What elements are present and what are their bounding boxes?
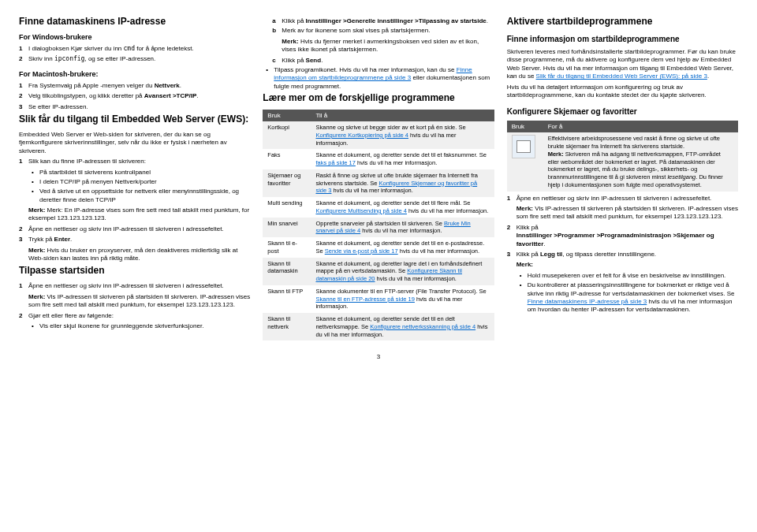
note-label: Merk: [516, 261, 738, 269]
step: 2Skriv inn ipconfig, og se etter IP-adre… [19, 55, 250, 63]
substep: cKlikk på Send. [272, 57, 494, 65]
th: For å [543, 121, 738, 132]
note: Merk: Hvis du bruker en proxyserver, må … [28, 247, 250, 263]
heading-ews: Slik får du tilgang til Embedded Web Ser… [19, 113, 250, 125]
table-row: Skann til FTPSkanne dokumenter til en FT… [263, 285, 494, 313]
link[interactable]: Skanne til en FTP-adresse på side 19 [315, 296, 415, 303]
step: 1Åpne en nettleser og skriv inn IP-adres… [19, 282, 250, 290]
link[interactable]: Finne datamaskinens IP-adresse på side 3 [528, 298, 647, 305]
heading-mac: For Macintosh-brukere: [19, 70, 250, 78]
link[interactable]: Konfigurere Multisending på side 4 [315, 207, 407, 214]
th: Bruk [263, 110, 311, 121]
table-row: Effektivisere arbeidsprosessene ved rask… [507, 132, 738, 191]
heading-finne-info: Finne informasjon om startbildeprogramme… [507, 35, 738, 43]
table-row: Skjemaer og favoritterRaskt å finne og s… [263, 169, 494, 197]
form-icon [512, 135, 535, 158]
bullet: På startbildet til skriverens kontrollpa… [32, 169, 250, 177]
table-row: FaksSkanne et dokument, og deretter send… [263, 149, 494, 169]
heading-aktivere: Aktivere startbildeprogrammene [507, 16, 738, 27]
step: 1I dialogboksen Kjør skriver du inn cmd … [19, 45, 250, 53]
link[interactable]: Sende via e-post på side 17 [325, 247, 398, 255]
column-2: aKlikk på Innstillinger >Generelle innst… [263, 16, 494, 344]
step: 2Velg tilkoblingstypen, og klikk derette… [19, 92, 250, 100]
step: 1Åpne en nettleser og skriv inn IP-adres… [507, 195, 738, 203]
step: 2Åpne en nettleser og skriv inn IP-adres… [19, 225, 250, 233]
step: 2Gjør ett eller flere av følgende: [19, 312, 250, 320]
table-row: Min snarveiOpprette snarveier på startsi… [263, 218, 494, 238]
column-3: Aktivere startbildeprogrammene Finne inf… [507, 16, 738, 344]
note: Merk: Hvis du fjerner merket i avmerking… [282, 38, 494, 54]
bullet: I delen TCP/IP på menyen Nettverk/porter [32, 178, 250, 186]
table-row: Skann til e-postSkanne et dokument, og d… [263, 237, 494, 258]
step: 3Klikk på Legg til, og tilpass deretter … [507, 251, 738, 259]
th: Til å [311, 110, 494, 121]
heading-programs: Lære mer om de forskjellige programmene [263, 92, 494, 103]
bullet: Tilpass programikonet. Hvis du vil ha me… [266, 66, 494, 91]
step: 3Trykk på Enter. [19, 236, 250, 244]
substep: bMerk av for ikonene som skal vises på s… [272, 27, 494, 35]
note: Merk: Vis IP-adressen til skriveren på s… [516, 205, 738, 221]
link[interactable]: Slik får du tilgang til Embedded Web Ser… [536, 73, 707, 80]
th: Bruk [507, 121, 543, 132]
column-1: Finne datamaskinens IP-adresse For Windo… [19, 16, 250, 344]
link[interactable]: Konfigurere Kortkopiering på side 4 [315, 132, 408, 139]
heading-konfig: Konfigurere Skjemaer og favoritter [507, 107, 738, 116]
step: 2Klikk påInnstillinger >Programmer >Prog… [507, 224, 738, 248]
bullet: Ved å skrive ut en oppsettside for nettv… [32, 188, 250, 204]
table-row: KortkopiSkanne og skrive ut begge sider … [263, 121, 494, 149]
bullet: Hold musepekeren over et felt for å vise… [520, 272, 738, 280]
favorites-table: BrukFor å Effektivisere arbeidsprosessen… [507, 121, 738, 191]
text: Hvis du vil ha detaljert informasjon om … [507, 84, 738, 100]
table-row: Skann til datamaskinSkanne et dokument, … [263, 258, 494, 285]
note: Merk: Merk: En IP-adresse vises som fire… [28, 206, 250, 223]
note: Merk: Vis IP-adressen til skriveren på s… [28, 293, 250, 310]
step: 1Fra Systemvalg på Apple -menyen velger … [19, 82, 250, 90]
table-row: Skann til nettverkSkanne et dokument, og… [263, 313, 494, 340]
heading-tilpasse: Tilpasse startsiden [19, 265, 250, 276]
text: Skriveren leveres med forhåndsinstallert… [507, 48, 738, 81]
link[interactable]: faks på side 17 [315, 159, 355, 166]
substep: aKlikk på Innstillinger >Generelle innst… [272, 17, 494, 25]
step: 1Slik kan du finne IP-adressen til skriv… [19, 158, 250, 166]
step: 3Se etter IP-adressen. [19, 103, 250, 111]
page-number: 3 [19, 353, 738, 360]
table-row: Multi sendingSkanne et dokument, og dere… [263, 197, 494, 218]
link[interactable]: Konfigurere nettverksskanning på side 4 [370, 323, 475, 330]
bullet: Du kontrollerer at plasseringsinnstillin… [520, 281, 738, 314]
text: Embedded Web Server er Web-siden for skr… [19, 131, 250, 155]
heading-windows: For Windows-brukere [19, 33, 250, 41]
heading-ip: Finne datamaskinens IP-adresse [19, 16, 250, 27]
programs-table: BrukTil å KortkopiSkanne og skrive ut be… [263, 110, 494, 340]
bullet: Vis eller skjul ikonene for grunnleggend… [32, 322, 250, 330]
